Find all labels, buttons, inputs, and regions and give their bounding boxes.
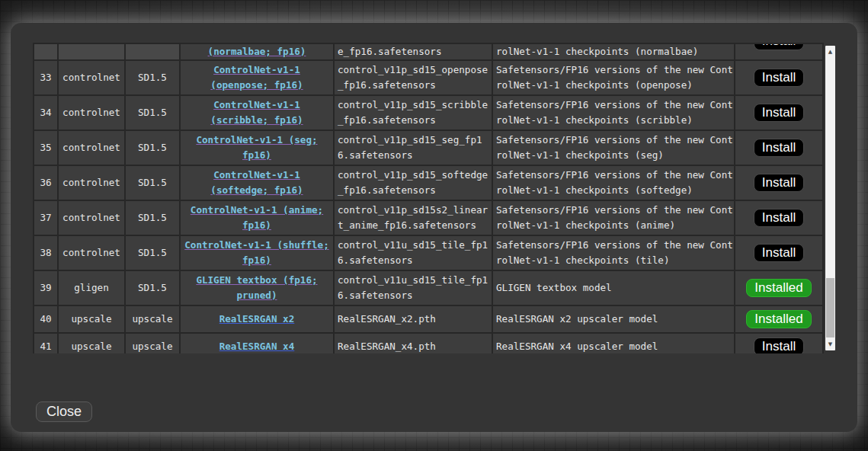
install-button[interactable]: Install [754,139,804,157]
table-row: 40 upscale upscale RealESRGAN x2 RealESR… [34,306,822,332]
model-action-cell: Install [735,61,822,94]
model-name-cell: ControlNet-v1-1 (shuffle; fp16) [181,236,333,270]
model-base-cell: SD1.5 [126,61,179,94]
model-id-cell: 37 [34,201,57,235]
model-filename-cell: RealESRGAN_x2.pth [335,306,492,332]
table-row: 36 controlnet SD1.5 ControlNet-v1-1 (sof… [34,166,822,200]
model-filename-cell: control_v11p_sd15_openpose_fp16.safetens… [335,61,492,94]
model-description-cell: Safetensors/FP16 versions of the new Con… [493,201,734,235]
close-button[interactable]: Close [36,401,92,422]
model-action-cell: Install [735,334,822,353]
install-button[interactable]: Install [754,209,804,227]
install-button[interactable]: Install [754,104,804,122]
model-action-cell: Install [735,96,822,130]
model-filename-cell: e_fp16.safetensors [335,44,492,59]
model-description-cell: GLIGEN textbox model [493,271,734,305]
install-button[interactable]: Install [754,244,804,262]
model-description-cell: Safetensors/FP16 versions of the new Con… [493,96,734,130]
install-button[interactable]: Install [754,44,804,50]
model-description-cell: Safetensors/FP16 versions of the new Con… [493,236,734,270]
model-id-cell: 35 [34,131,57,165]
table-row: (normalbae; fp16) e_fp16.safetensors rol… [34,44,822,59]
scrollbar-thumb[interactable] [826,278,834,337]
table-row: 41 upscale upscale RealESRGAN x4 RealESR… [34,334,822,353]
install-button[interactable]: Installed [746,279,811,297]
model-base-cell: SD1.5 [126,96,179,130]
model-name-cell: (normalbae; fp16) [181,44,333,59]
model-id-cell: 39 [34,271,57,305]
install-button[interactable]: Installed [746,310,811,328]
model-link[interactable]: GLIGEN textbox (fp16; pruned) [181,273,333,303]
install-models-dialog: (normalbae; fp16) e_fp16.safetensors rol… [11,23,857,432]
model-name-cell: RealESRGAN x2 [181,306,333,332]
model-link[interactable]: ControlNet-v1-1 (anime; fp16) [181,203,333,233]
model-filename-cell: RealESRGAN_x4.pth [335,334,492,353]
model-base-cell: SD1.5 [126,131,179,165]
model-base-cell: SD1.5 [126,236,179,270]
model-type-cell: controlnet [59,236,124,270]
model-description-cell: Safetensors/FP16 versions of the new Con… [493,131,734,165]
install-button[interactable]: Install [754,69,804,87]
model-name-cell: ControlNet-v1-1 (anime; fp16) [181,201,333,235]
table-row: 34 controlnet SD1.5 ControlNet-v1-1 (scr… [34,96,822,130]
model-action-cell: Install [735,201,822,235]
model-table-body: (normalbae; fp16) e_fp16.safetensors rol… [34,44,822,353]
model-name-cell: GLIGEN textbox (fp16; pruned) [181,271,333,305]
model-type-cell: controlnet [59,131,124,165]
model-name-cell: ControlNet-v1-1 (seg; fp16) [181,131,333,165]
model-id-cell: 38 [34,236,57,270]
model-id-cell: 41 [34,334,57,353]
model-filename-cell: control_v11p_sd15_seg_fp16.safetensors [335,131,492,165]
model-filename-cell: control_v11u_sd15_tile_fp16.safetensors [335,271,492,305]
model-type-cell: controlnet [59,166,124,200]
install-button[interactable]: Install [754,337,804,353]
model-base-cell: upscale [126,334,179,353]
table-scrollbar[interactable]: ▲ ▼ [825,46,835,350]
model-name-cell: ControlNet-v1-1 (openpose; fp16) [181,61,333,94]
model-id-cell: 40 [34,306,57,332]
model-description-cell: Safetensors/FP16 versions of the new Con… [493,166,734,200]
model-type-cell: controlnet [59,96,124,130]
install-button[interactable]: Install [754,174,804,192]
model-table: (normalbae; fp16) e_fp16.safetensors rol… [33,43,824,353]
model-base-cell: upscale [126,306,179,332]
model-filename-cell: control_v11p_sd15_softedge_fp16.safetens… [335,166,492,200]
model-type-cell: controlnet [59,61,124,94]
model-link[interactable]: ControlNet-v1-1 (scribble; fp16) [181,98,333,128]
model-type-cell: controlnet [59,201,124,235]
model-action-cell: Install [735,131,822,165]
model-action-cell: Install [735,44,822,59]
model-name-cell: ControlNet-v1-1 (scribble; fp16) [181,96,333,130]
model-link[interactable]: ControlNet-v1-1 (softedge; fp16) [181,168,333,198]
scroll-down-icon[interactable]: ▼ [825,341,835,348]
model-id-cell [34,44,57,59]
model-name-cell: ControlNet-v1-1 (softedge; fp16) [181,166,333,200]
table-row: 38 controlnet SD1.5 ControlNet-v1-1 (shu… [34,236,822,270]
model-type-cell [59,44,124,59]
model-base-cell: SD1.5 [126,166,179,200]
model-action-cell: Installed [735,306,822,332]
model-description-cell: RealESRGAN x4 upscaler model [493,334,734,353]
model-type-cell: upscale [59,334,124,353]
model-link[interactable]: ControlNet-v1-1 (seg; fp16) [181,133,333,163]
model-description-cell: Safetensors/FP16 versions of the new Con… [493,61,734,94]
model-id-cell: 36 [34,166,57,200]
model-link[interactable]: ControlNet-v1-1 (openpose; fp16) [181,62,333,93]
model-link[interactable]: (normalbae; fp16) [205,44,309,59]
model-type-cell: gligen [59,271,124,305]
table-row: 35 controlnet SD1.5 ControlNet-v1-1 (seg… [34,131,822,165]
model-id-cell: 34 [34,96,57,130]
model-filename-cell: control_v11u_sd15_tile_fp16.safetensors [335,236,492,270]
model-id-cell: 33 [34,61,57,94]
model-link[interactable]: ControlNet-v1-1 (shuffle; fp16) [181,238,333,268]
model-description-cell: rolNet-v1-1 checkpoints (normalbae) [493,44,734,59]
model-base-cell [126,44,179,59]
model-base-cell: SD1.5 [126,271,179,305]
model-action-cell: Installed [735,271,822,305]
table-row: 37 controlnet SD1.5 ControlNet-v1-1 (ani… [34,201,822,235]
scroll-up-icon[interactable]: ▲ [825,48,835,56]
model-link[interactable]: RealESRGAN x4 [216,339,298,353]
model-name-cell: RealESRGAN x4 [181,334,333,353]
model-link[interactable]: RealESRGAN x2 [216,312,298,327]
table-row: 33 controlnet SD1.5 ControlNet-v1-1 (ope… [34,61,822,94]
